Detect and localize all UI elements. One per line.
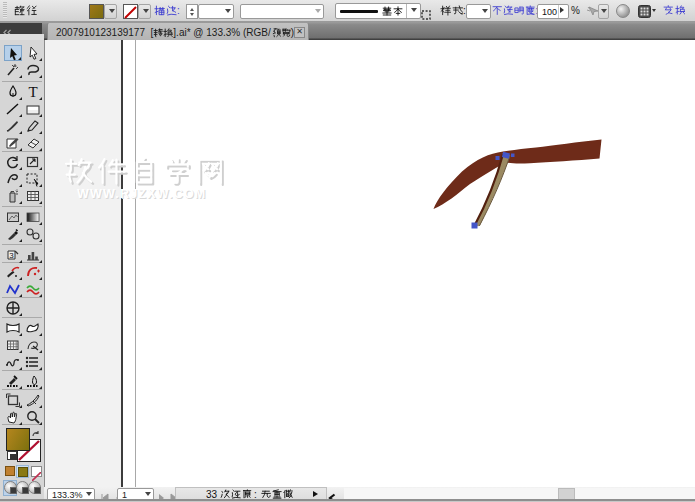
svg-text:3: 3 [9,251,14,260]
svg-text:T: T [28,84,37,100]
